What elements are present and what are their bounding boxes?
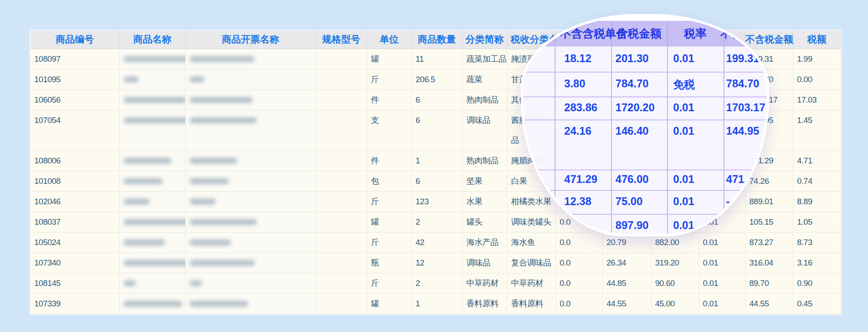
cell-category: 海水产品: [462, 232, 507, 253]
cell-category: 中草药材: [462, 273, 507, 294]
cell-unit: 瓶: [367, 253, 411, 273]
magnifier-cell: 0.01: [673, 52, 694, 65]
magnifier-cell: 199.31: [726, 52, 759, 65]
cell-tax-amount: 3.16: [793, 253, 841, 273]
blurred-text: [190, 97, 253, 103]
cell-tax-amount: 4.71: [793, 151, 841, 171]
magnifier-cell: -: [726, 195, 730, 208]
magnifier-cell: 0.01: [673, 101, 694, 114]
cell-unit: 包: [367, 171, 411, 192]
cell-category: 蔬菜加工品: [462, 49, 507, 70]
cell-tax-amount: 1.45: [793, 110, 841, 151]
magnifier-cell: 免税: [673, 77, 695, 92]
cell-invoice-name: [185, 294, 316, 314]
cell-tax-rate: 0.01: [699, 253, 745, 273]
cell-category: 蔬菜: [462, 70, 507, 90]
magnifier-grid-line: [523, 190, 766, 191]
cell-unit: 件: [367, 90, 411, 110]
blurred-text: [190, 260, 255, 266]
magnifier-cell: 897.90: [615, 219, 648, 232]
cell-product-id: 102046: [30, 192, 119, 212]
cell-invoice-name: [185, 212, 316, 232]
cell-quantity: 1: [411, 294, 462, 314]
cell-tax-rate: 0.01: [699, 232, 745, 253]
cell-quantity: 42: [411, 232, 462, 253]
blurred-text: [124, 219, 186, 225]
cell-invoice-name: [185, 253, 316, 273]
cell-category: 调味品: [462, 253, 507, 273]
cell-category: 熟肉制品: [462, 90, 507, 110]
magnifier-grid-line: [723, 21, 724, 234]
magnifier-grid-line: [523, 120, 766, 120]
magnifier-column-header: 税率: [684, 26, 707, 41]
table-row[interactable]: 108145斤2中草药材中草药材0.044.8590.600.0189.700.…: [30, 273, 841, 294]
invoice-goods-page: 商品编号商品名称商品开票名称规格型号单位商品数量分类简称税收分类名称不含税金额税…: [0, 0, 868, 332]
table-row[interactable]: 107340瓶12调味品复合调味品0.026.34319.200.01316.0…: [30, 253, 841, 273]
cell-unit: 罐: [367, 212, 411, 232]
cell-invoice-name: [185, 90, 316, 110]
blurred-text: [190, 199, 216, 205]
cell-tax-category: 复合调味品: [507, 253, 556, 273]
cell-product-name: [119, 273, 185, 294]
cell-quantity: 2: [411, 273, 462, 294]
cell-tax-category: 海水鱼: [507, 232, 556, 253]
blurred-text: [124, 280, 136, 286]
blurred-text: [124, 199, 150, 205]
blurred-text: [190, 280, 202, 286]
cell-quantity: 123: [411, 192, 462, 212]
magnifier-cell: 476.00: [615, 173, 648, 186]
cell-amount-without-tax: 873.27: [745, 232, 793, 253]
cell-tax-rate: 0.01: [699, 294, 745, 314]
cell-tax-amount: 0.74: [793, 171, 841, 192]
cell-unit: 斤: [367, 273, 411, 294]
magnifier-column-header: 含税金额: [616, 26, 661, 41]
cell-product-id: 106056: [30, 90, 119, 110]
magnifier-cell: 283.86: [564, 101, 597, 114]
cell-product-id: 101008: [30, 171, 119, 192]
cell-amount-with-tax: 319.20: [651, 253, 699, 273]
table-row[interactable]: 105024斤42海水产品海水鱼0.020.79882.000.01873.27…: [30, 232, 841, 253]
cell-category: 坚果: [462, 171, 507, 192]
cell-unit: 斤: [367, 70, 411, 90]
cell-product-name: [119, 110, 185, 151]
table-row[interactable]: 107339罐1香料原料香料原料0.044.5545.000.0144.550.…: [30, 294, 841, 314]
cell-tax-amount: 8.73: [793, 232, 841, 253]
blurred-text: [124, 158, 171, 164]
cell-spec: [316, 212, 367, 232]
cell-product-name: [119, 49, 185, 70]
cell-spec: [316, 110, 367, 151]
cell-spec: [316, 151, 367, 171]
cell-product-name: [119, 171, 185, 192]
blurred-text: [190, 56, 255, 62]
cell-quantity: 11: [411, 49, 462, 70]
blurred-text: [124, 76, 138, 83]
column-header-5: 商品数量: [411, 30, 462, 49]
magnifier-grid-line: [611, 21, 612, 234]
cell-tax-category: 香料原料: [507, 294, 556, 314]
cell-product-id: 108097: [30, 49, 119, 70]
cell-product-id: 108037: [30, 212, 119, 232]
cell-product-id: 105024: [30, 232, 119, 253]
cell-invoice-name: [185, 151, 316, 171]
magnifier-grid-line: [667, 21, 668, 234]
cell-invoice-name: [185, 232, 316, 253]
magnifier-cell: 471.29: [564, 173, 597, 186]
cell-invoice-name: [185, 110, 316, 151]
blurred-text: [190, 178, 229, 184]
cell-unit: 支: [367, 110, 411, 151]
blurred-text: [124, 97, 186, 103]
cell-tax-amount: 0.00: [793, 70, 841, 90]
cell-quantity: 12: [411, 253, 462, 273]
blurred-text: [124, 178, 163, 184]
cell-spec: [316, 49, 367, 70]
column-header-1: 商品名称: [119, 30, 185, 49]
cell-product-id: 107340: [30, 253, 119, 273]
cell-unit: 罐: [367, 49, 411, 70]
cell-amount-without-tax: 89.70: [745, 273, 793, 294]
cell-unit: 件: [367, 151, 411, 171]
cell-product-id: 101095: [30, 70, 119, 90]
blurred-text: [190, 219, 257, 225]
cell-product-id: 107054: [30, 110, 119, 151]
cell-product-id: 108145: [30, 273, 119, 294]
cell-tax-amount: 17.03: [793, 90, 841, 110]
